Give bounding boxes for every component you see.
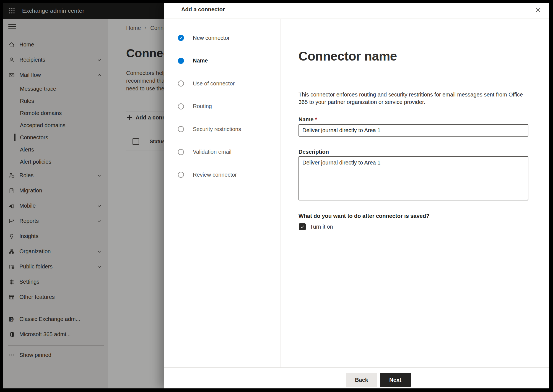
- sidebar-item-label: Public folders: [19, 263, 53, 270]
- turn-it-on-label: Turn it on: [310, 224, 333, 230]
- sidebar-item-home[interactable]: Home: [3, 37, 108, 52]
- sidebar-item-organization[interactable]: Organization: [3, 244, 108, 259]
- step-label: Routing: [193, 103, 212, 109]
- modal-footer: Back Next: [164, 367, 549, 388]
- chevron-up-icon: [97, 73, 102, 78]
- home-icon: [8, 41, 15, 48]
- app-launcher-icon[interactable]: [7, 6, 17, 15]
- next-button[interactable]: Next: [380, 373, 411, 387]
- microsoft365-logo-icon: [8, 331, 15, 338]
- step-label: Security restrictions: [193, 126, 241, 132]
- page-intro-text: Connectors helprecommend thatneed to use…: [126, 69, 167, 92]
- description-field-label: Description: [298, 149, 329, 155]
- sidebar-item-insights[interactable]: Insights: [3, 229, 108, 244]
- chevron-down-icon: [97, 173, 102, 178]
- page-intro-line: Connectors help: [126, 69, 167, 77]
- other-features-icon: [8, 294, 15, 300]
- sidebar-item-roles[interactable]: Roles: [3, 168, 108, 183]
- sidebar-item-label: Show pinned: [19, 352, 51, 358]
- wizard-step-use-of-connector[interactable]: Use of connector: [164, 79, 280, 88]
- step-label: Name: [193, 58, 208, 64]
- step-page-title: Connector name: [298, 49, 397, 64]
- step-circle-icon: [178, 126, 184, 132]
- sidebar-item-reports[interactable]: Reports: [3, 213, 108, 229]
- exchange-admin-center-app: Exchange admin center HomeRecipientsMail…: [3, 3, 549, 388]
- wizard-step-name[interactable]: Name: [164, 56, 280, 66]
- connector-name-input[interactable]: [298, 124, 528, 137]
- step-circle-icon: [178, 172, 184, 178]
- organization-icon: [8, 248, 15, 255]
- sidebar-item-other-features[interactable]: Other features: [3, 289, 108, 305]
- connector-description-textarea[interactable]: Deliver journal directly to Area 1: [298, 156, 528, 200]
- sidebar-item-migration[interactable]: Migration: [3, 183, 108, 198]
- wizard-step-security-restrictions[interactable]: Security restrictions: [164, 124, 280, 134]
- sidebar-item-label: Microsoft 365 admi...: [19, 331, 71, 338]
- breadcrumb: Home › Conne: [126, 25, 167, 31]
- sidebar-item-public-folders[interactable]: Public folders: [3, 259, 108, 274]
- step-label: Validation email: [193, 149, 232, 155]
- step-connector-line: [181, 88, 181, 102]
- wizard-step-new-connector[interactable]: New connector: [164, 33, 280, 43]
- checked-checkbox-icon: [299, 223, 306, 230]
- connectors-table-header: Status: [126, 138, 165, 145]
- sidebar-item-microsoft-365-admi[interactable]: Microsoft 365 admi...: [3, 327, 108, 342]
- person-icon: [8, 57, 15, 63]
- sidebar-item-label: Insights: [19, 233, 38, 239]
- sidebar-divider: [3, 342, 108, 349]
- public-folders-icon: [8, 263, 15, 270]
- add-connector-modal: Add a connector New connectorNameUse of …: [164, 3, 549, 388]
- status-column-header[interactable]: Status: [150, 139, 165, 145]
- sidebar-item-label: Remote domains: [20, 110, 62, 116]
- insights-icon: [8, 233, 15, 240]
- sidebar-item-connectors[interactable]: Connectors: [3, 131, 108, 143]
- sidebar-item-recipients[interactable]: Recipients: [3, 52, 108, 67]
- turn-it-on-checkbox-row[interactable]: Turn it on: [298, 223, 333, 230]
- sidebar-item-label: Message trace: [20, 86, 56, 92]
- select-all-checkbox[interactable]: [133, 138, 139, 145]
- step-label: Use of connector: [193, 80, 235, 87]
- add-connector-button[interactable]: Add a conn: [126, 114, 166, 121]
- breadcrumb-separator-icon: ›: [145, 25, 146, 31]
- mobile-icon: [8, 203, 15, 209]
- plus-icon: [126, 114, 133, 121]
- step-circle-icon: [178, 58, 184, 64]
- back-button[interactable]: Back: [346, 373, 377, 387]
- step-connector-line: [181, 156, 181, 171]
- sidebar-item-mobile[interactable]: Mobile: [3, 198, 108, 213]
- sidebar-item-label: Roles: [19, 172, 33, 179]
- modal-title: Add a connector: [181, 6, 225, 13]
- exchange-logo-icon: E: [8, 316, 15, 323]
- chevron-down-icon: [97, 219, 102, 224]
- chevron-down-icon: [97, 203, 102, 208]
- step-check-icon: [178, 35, 184, 41]
- reports-icon: [8, 218, 15, 224]
- wizard-step-validation-email[interactable]: Validation email: [164, 147, 280, 157]
- sidebar-item-label: Mail flow: [19, 72, 41, 78]
- close-icon[interactable]: [533, 5, 543, 15]
- sidebar-item-alert-policies[interactable]: Alert policies: [3, 156, 108, 168]
- sidebar-item-remote-domains[interactable]: Remote domains: [3, 107, 108, 119]
- step-circle-icon: [178, 80, 184, 87]
- sidebar-item-label: Home: [19, 41, 34, 48]
- sidebar-item-message-trace[interactable]: Message trace: [3, 83, 108, 95]
- wizard-step-review-connector[interactable]: Review connector: [164, 170, 280, 179]
- sidebar-item-mail-flow[interactable]: Mail flow: [3, 67, 108, 83]
- sidebar-item-label: Alert policies: [20, 159, 51, 165]
- hamburger-menu-icon[interactable]: [8, 24, 16, 30]
- breadcrumb-home-link[interactable]: Home: [126, 25, 141, 31]
- page-intro-line: need to use ther: [126, 85, 167, 92]
- sidebar-item-rules[interactable]: Rules: [3, 95, 108, 107]
- sidebar-item-label: Recipients: [19, 57, 45, 63]
- selected-indicator: [14, 134, 15, 141]
- sidebar-item-accepted-domains[interactable]: Accepted domains: [3, 119, 108, 131]
- sidebar-divider: [3, 305, 108, 312]
- page-intro-line: recommend that: [126, 77, 167, 85]
- sidebar-item-alerts[interactable]: Alerts: [3, 143, 108, 156]
- sidebar-item-show-pinned[interactable]: Show pinned: [3, 349, 108, 361]
- sidebar-item-classic-exchange-adm[interactable]: EClassic Exchange adm...: [3, 312, 108, 327]
- step-connector-line: [181, 42, 181, 56]
- sidebar-item-label: Mobile: [19, 203, 36, 209]
- step-connector-line: [181, 134, 181, 148]
- wizard-step-routing[interactable]: Routing: [164, 102, 280, 111]
- sidebar-item-settings[interactable]: Settings: [3, 274, 108, 289]
